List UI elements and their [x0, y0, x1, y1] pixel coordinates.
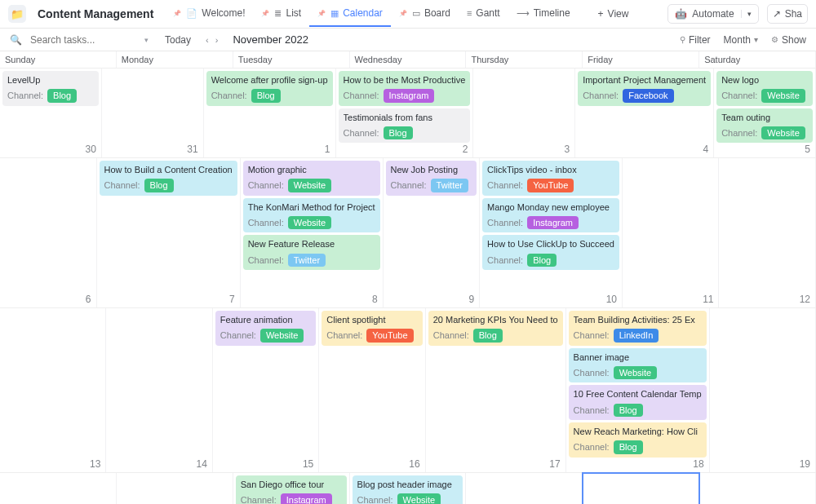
event-card[interactable]: Team outingChannel:Website [716, 108, 813, 144]
channel-tag: Blog [614, 404, 643, 417]
day-cell[interactable]: 19 [710, 308, 816, 471]
date-number: 16 [409, 458, 419, 470]
automate-button[interactable]: 🤖 Automate ▾ [667, 4, 758, 24]
channel-tag: Blog [473, 329, 503, 342]
day-cell[interactable]: 12 [719, 158, 816, 307]
week-row: 6How to Build a Content CreationChannel:… [0, 158, 816, 308]
day-cell[interactable]: 20 [0, 473, 117, 504]
event-card[interactable]: 20 Marketing KPIs You Need toChannel:Blo… [428, 311, 563, 346]
event-card[interactable]: Feature animationChannel:Website [215, 311, 316, 346]
channel-label: Channel: [241, 494, 277, 504]
tab-icon: ▭ [412, 8, 420, 19]
event-card[interactable]: Welcome after profile sign-upChannel:Blo… [206, 71, 333, 106]
day-cell[interactable]: How to Build a Content CreationChannel:B… [97, 158, 241, 307]
day-cell[interactable]: Welcome after profile sign-upChannel:Blo… [204, 69, 336, 157]
event-card[interactable]: New Job PostingChannel:Twitter [386, 161, 477, 196]
filter-button[interactable]: ⚲Filter [680, 34, 711, 46]
event-card[interactable]: Banner imageChannel:Website [569, 348, 707, 383]
event-card[interactable]: Client spotlightChannel:YouTube [322, 311, 422, 346]
day-cell[interactable]: LevelUpChannel:Blog30 [0, 69, 102, 157]
day-cell[interactable]: 20 Marketing KPIs You Need toChannel:Blo… [426, 308, 566, 471]
prev-month-button[interactable]: ‹ [206, 35, 209, 45]
event-card[interactable]: New Reach Marketing: How CliChannel:Blog [569, 422, 707, 458]
event-card[interactable]: Testimonials from fansChannel:Blog [339, 108, 471, 144]
tab-welcome[interactable]: 📌📄Welcome! [165, 1, 253, 27]
day-cell[interactable]: Motion graphicChannel:WebsiteThe KonMari… [241, 158, 384, 307]
date-number: 2 [463, 144, 468, 155]
channel-tag: Blog [384, 126, 413, 139]
day-cell[interactable]: Feature animationChannel:Website15 [213, 308, 319, 471]
day-cell[interactable]: Client spotlightChannel:YouTube16 [319, 308, 425, 471]
day-cell[interactable]: 11 [623, 158, 720, 307]
event-card[interactable]: LevelUpChannel:Blog [2, 71, 99, 106]
chevron-down-icon: ▾ [741, 10, 752, 18]
day-cell[interactable]: Important Project ManagementChannel:Face… [575, 69, 714, 157]
day-cell[interactable]: How to be the Most ProductiveChannel:Ins… [336, 69, 474, 157]
event-card[interactable]: How to be the Most ProductiveChannel:Ins… [339, 71, 471, 106]
folder-icon[interactable]: 📁 [8, 5, 26, 23]
next-month-button[interactable]: › [215, 35, 219, 45]
day-cell[interactable]: 14 [106, 308, 212, 471]
channel-label: Channel: [721, 127, 757, 139]
channel-tag: Website [288, 179, 332, 192]
event-title: How to Use ClickUp to Succeed [487, 238, 614, 250]
event-title: Mango Monday new employee [487, 201, 614, 213]
day-cell[interactable]: 6 [0, 158, 97, 307]
channel-tag: Blog [144, 179, 174, 192]
channel-tag: Website [614, 366, 658, 379]
channel-line: Channel:Website [220, 329, 311, 342]
filter-label: Filter [689, 34, 711, 46]
day-cell[interactable]: San Diego office tourChannel:Instagram22 [233, 473, 350, 504]
tab-gantt[interactable]: ≡Gantt [459, 1, 508, 27]
day-cell[interactable]: 21 [117, 473, 233, 504]
day-cell[interactable]: 24 [466, 473, 583, 504]
event-title: Motion graphic [248, 164, 375, 175]
event-card[interactable]: Mango Monday new employeeChannel:Instagr… [482, 198, 619, 233]
tab-timeline[interactable]: ⟶Timeline [508, 1, 579, 27]
add-view-button[interactable]: + View [590, 2, 637, 26]
event-card[interactable]: Blog post header imageChannel:Website [353, 475, 463, 504]
day-cell[interactable]: 26 [699, 473, 816, 504]
tab-calendar[interactable]: 📌▦Calendar [309, 1, 391, 27]
event-card[interactable]: How to Use ClickUp to SucceedChannel:Blo… [482, 235, 619, 270]
tab-label: Calendar [343, 7, 383, 19]
tab-list[interactable]: 📌≣List [253, 1, 309, 27]
event-card[interactable]: Team Building Activities: 25 ExChannel:L… [569, 311, 707, 346]
today-button[interactable]: Today [165, 34, 191, 46]
event-card[interactable]: Motion graphicChannel:Website [243, 161, 380, 196]
event-title: Banner image [574, 351, 702, 363]
show-button[interactable]: ⚙Show [771, 34, 806, 46]
event-card[interactable]: ClickTips video - inboxChannel:YouTube [482, 161, 619, 196]
day-cell[interactable]: New logoChannel:WebsiteTeam outingChanne… [714, 69, 816, 157]
channel-line: Channel:YouTube [487, 179, 614, 192]
channel-line: Channel:Website [721, 89, 808, 102]
event-card[interactable]: New Feature ReleaseChannel:Twitter [243, 235, 380, 270]
channel-label: Channel: [248, 179, 284, 191]
event-card[interactable]: The KonMari Method for ProjectChannel:We… [243, 198, 380, 233]
topbar: 📁 Content Management 📌📄Welcome!📌≣List📌▦C… [0, 0, 816, 29]
search-icon: 🔍 [10, 34, 22, 46]
share-label: Sha [785, 8, 802, 20]
event-card[interactable]: How to Build a Content CreationChannel:B… [100, 161, 237, 196]
share-button[interactable]: ↗ Sha [767, 4, 808, 24]
channel-line: Channel:YouTube [326, 329, 417, 342]
event-card[interactable]: San Diego office tourChannel:Instagram [236, 475, 347, 504]
event-card[interactable]: New logoChannel:Website [716, 71, 813, 106]
day-cell[interactable]: Blog post header imageChannel:Website23 [350, 473, 467, 504]
day-cell[interactable]: Team Building Activities: 25 ExChannel:L… [566, 308, 710, 471]
tab-board[interactable]: 📌▭Board [391, 1, 459, 27]
search-input[interactable] [30, 34, 112, 46]
day-cell[interactable]: 31 [102, 69, 204, 157]
channel-line: Channel:Instagram [241, 493, 342, 504]
day-cell[interactable]: 25 [583, 473, 699, 504]
day-cell[interactable]: 3 [473, 69, 575, 157]
day-cell[interactable]: New Job PostingChannel:Twitter9 [384, 158, 481, 307]
day-cell[interactable]: 13 [0, 308, 106, 471]
event-card[interactable]: Important Project ManagementChannel:Face… [578, 71, 711, 106]
day-header: Thursday [466, 51, 583, 68]
month-select[interactable]: Month▾ [724, 34, 758, 46]
search-options-chevron-icon[interactable]: ▾ [144, 36, 149, 44]
day-cell[interactable]: ClickTips video - inboxChannel:YouTubeMa… [480, 158, 623, 307]
filter-icon: ⚲ [680, 35, 685, 44]
event-card[interactable]: 10 Free Content Calendar TempChannel:Blo… [569, 385, 707, 420]
